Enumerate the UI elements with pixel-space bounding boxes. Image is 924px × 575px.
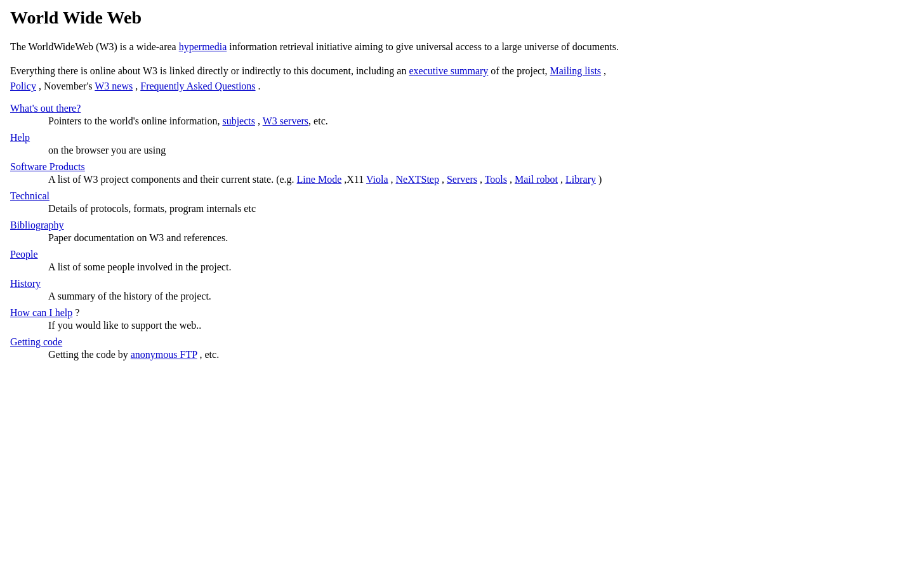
section-history: History [10,278,914,289]
how-can-i-help-link[interactable]: How can I help [10,307,72,318]
section-getting-code: Getting code [10,336,914,348]
section-whats-out-there-desc: Pointers to the world's online informati… [48,116,914,127]
viola-link[interactable]: Viola [366,174,388,185]
section-help: Help [10,132,914,143]
mailing-lists-link[interactable]: Mailing lists [550,65,601,76]
section-technical: Technical [10,190,914,202]
library-link[interactable]: Library [565,174,596,185]
technical-link[interactable]: Technical [10,190,50,201]
help-link[interactable]: Help [10,132,30,143]
section-software-products-desc: A list of W3 project components and thei… [48,174,914,185]
executive-summary-link[interactable]: executive summary [409,65,488,76]
w3servers-link[interactable]: W3 servers [263,116,308,126]
servers-link[interactable]: Servers [447,174,477,185]
people-link[interactable]: People [10,249,38,260]
section-how-can-i-help-desc: If you would like to support the web.. [48,320,914,331]
w3news-link[interactable]: W3 news [95,81,133,91]
linemode-link[interactable]: Line Mode [297,174,342,185]
section-whats-out-there: What's out there? [10,103,914,114]
tools-link[interactable]: Tools [485,174,507,185]
mailrobot-link[interactable]: Mail robot [515,174,558,185]
subjects-link[interactable]: subjects [222,116,255,126]
sections-list: What's out there? Pointers to the world'… [10,103,914,360]
intro-paragraph-1: The WorldWideWeb (W3) is a wide-area hyp… [10,39,914,55]
page-title: World Wide Web [10,8,914,28]
section-how-can-i-help: How can I help ? [10,307,914,319]
hypermedia-link[interactable]: hypermedia [179,41,227,52]
whats-out-there-link[interactable]: What's out there? [10,103,81,114]
section-history-desc: A summary of the history of the project. [48,291,914,302]
anonymous-ftp-link[interactable]: anonymous FTP [131,349,197,360]
section-help-desc: on the browser you are using [48,145,914,156]
faq-link[interactable]: Frequently Asked Questions [140,81,255,91]
section-people-desc: A list of some people involved in the pr… [48,261,914,273]
section-software-products: Software Products [10,161,914,173]
policy-link[interactable]: Policy [10,81,36,91]
section-bibliography-desc: Paper documentation on W3 and references… [48,232,914,244]
section-getting-code-desc: Getting the code by anonymous FTP , etc. [48,349,914,360]
section-bibliography: Bibliography [10,220,914,231]
getting-code-link[interactable]: Getting code [10,336,62,347]
nextstep-link[interactable]: NeXTStep [396,174,439,185]
bibliography-link[interactable]: Bibliography [10,220,63,230]
section-people: People [10,249,914,260]
history-link[interactable]: History [10,278,41,289]
software-products-link[interactable]: Software Products [10,161,85,172]
intro-paragraph-2: Everything there is online about W3 is l… [10,63,914,94]
section-technical-desc: Details of protocols, formats, program i… [48,203,914,215]
